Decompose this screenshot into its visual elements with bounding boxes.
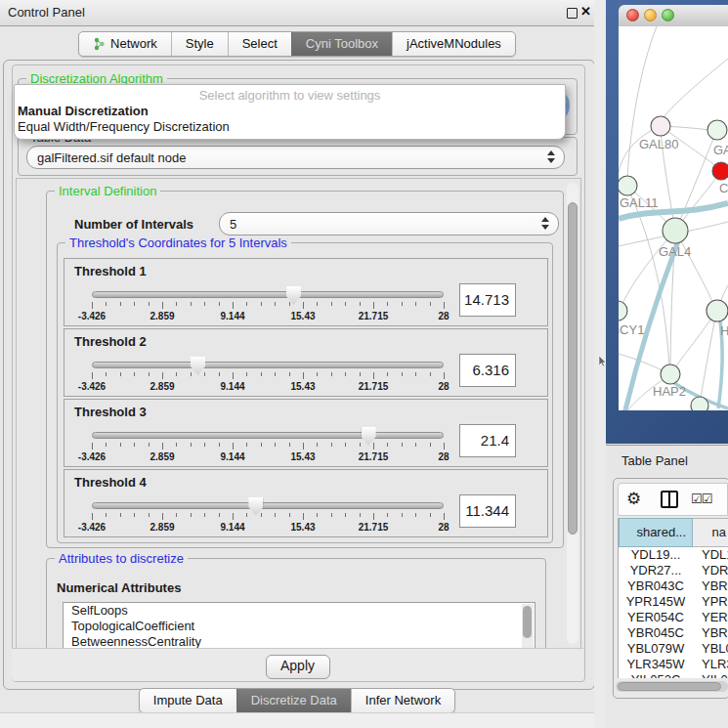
cell-name[interactable]: YBR0 xyxy=(693,625,728,641)
cell-shared-name[interactable]: YDL19... xyxy=(619,547,693,563)
select-columns-checkboxes-icon[interactable]: ☑☑ xyxy=(691,492,711,506)
slider-track[interactable] xyxy=(92,291,444,298)
table-row[interactable]: YDL19...YDL1 xyxy=(619,547,728,563)
thresholds-group: Threshold's Coordinates for 5 Intervals … xyxy=(57,242,553,543)
tick-mark xyxy=(444,302,445,309)
column-header-name[interactable]: na xyxy=(693,518,728,547)
tick-mark xyxy=(345,443,346,447)
float-window-icon[interactable] xyxy=(567,8,578,19)
cell-shared-name[interactable]: YBL079W xyxy=(619,641,693,657)
settings-scrollbar[interactable] xyxy=(567,183,578,644)
node-label-gcy1: GCY1 xyxy=(619,322,644,337)
threshold-label: Threshold 2 xyxy=(74,334,147,349)
network-canvas[interactable]: GAL80 GA C GAL11 GAL4 GCY1 H HAP2 xyxy=(619,26,728,410)
tick-mark xyxy=(317,443,318,447)
zoom-traffic-light-icon[interactable] xyxy=(662,9,674,21)
tick-mark xyxy=(120,513,121,517)
node-partial-h[interactable] xyxy=(707,300,728,321)
threshold-value-field[interactable]: 14.713 xyxy=(459,283,516,317)
table-row[interactable]: YPR145WYPR1 xyxy=(619,594,728,610)
column-header-shared-name[interactable]: shared... xyxy=(619,518,693,547)
algorithm-option-manual[interactable]: Manual Discretization xyxy=(15,103,565,118)
threshold-value-field[interactable]: 21.4 xyxy=(459,424,516,457)
table-data-combobox[interactable]: galFiltered.sif default node xyxy=(26,146,565,169)
number-of-intervals-combobox[interactable]: 5 xyxy=(219,212,559,236)
node-partial-bottom[interactable] xyxy=(691,397,708,410)
table-hscrollbar-thumb[interactable] xyxy=(618,682,721,691)
cell-shared-name[interactable]: YBR043C xyxy=(619,578,693,594)
cell-name[interactable]: YPR1 xyxy=(693,594,728,610)
node-partial-right-top[interactable] xyxy=(707,120,727,140)
tick-label: 28 xyxy=(438,522,449,533)
table-row[interactable]: YLR345WYLR3 xyxy=(619,657,728,672)
slider-track[interactable] xyxy=(92,502,444,509)
node-gcy1[interactable] xyxy=(619,301,627,321)
settings-scrollbar-thumb[interactable] xyxy=(568,202,578,535)
threshold-slider[interactable]: -3.4262.8599.14415.4321.71528 xyxy=(92,496,444,535)
node-gal4[interactable] xyxy=(663,218,688,243)
attribute-list[interactable]: SelfLoopsTopologicalCoefficientBetweenne… xyxy=(63,602,535,651)
tick-label: 15.43 xyxy=(290,311,315,321)
tab-infer-network[interactable]: Infer Network xyxy=(351,689,454,712)
tab-discretize-data[interactable]: Discretize Data xyxy=(236,689,351,712)
node-red-selected[interactable] xyxy=(712,162,728,180)
node-hap2[interactable] xyxy=(661,364,680,384)
tick-label: 15.43 xyxy=(290,381,315,392)
threshold-slider[interactable]: -3.4262.8599.14415.4321.71528 xyxy=(92,426,444,465)
tick-mark xyxy=(444,513,445,520)
threshold-value-field[interactable]: 11.344 xyxy=(459,494,516,528)
node-gal11[interactable] xyxy=(619,176,637,195)
cell-shared-name[interactable]: YDR27... xyxy=(619,563,693,578)
threshold-slider[interactable]: -3.4262.8599.14415.4321.71528 xyxy=(92,356,444,395)
settings-scrollpane: Interval Definition Number of Intervals … xyxy=(16,178,581,651)
slider-ticks xyxy=(92,513,444,521)
cell-name[interactable]: YIL0 xyxy=(693,672,728,678)
cell-shared-name[interactable]: YPR145W xyxy=(619,594,693,610)
tick-mark xyxy=(246,443,247,447)
list-scrollbar[interactable] xyxy=(522,604,534,651)
gear-icon[interactable]: ⚙ xyxy=(626,489,641,508)
table-row[interactable]: YIL052CYIL0 xyxy=(619,672,728,678)
apply-button[interactable]: Apply xyxy=(266,655,330,679)
columns-icon[interactable] xyxy=(661,491,678,508)
table-hscrollbar[interactable] xyxy=(616,681,728,692)
attribute-list-item[interactable]: TopologicalCoefficient xyxy=(64,619,535,634)
tick-mark xyxy=(191,302,192,306)
table-row[interactable]: YBR045CYBR0 xyxy=(619,625,728,641)
cell-name[interactable]: YBR0 xyxy=(693,578,728,594)
tab-style[interactable]: Style xyxy=(171,32,228,56)
threshold-slider[interactable]: -3.4262.8599.14415.4321.71528 xyxy=(92,285,444,324)
threshold-value-field[interactable]: 6.316 xyxy=(459,354,516,387)
attribute-list-item[interactable]: SelfLoops xyxy=(64,603,535,619)
cell-name[interactable]: YDL1 xyxy=(693,547,728,563)
minimize-traffic-light-icon[interactable] xyxy=(644,9,657,21)
tab-jactivemnodules[interactable]: jActiveMNodules xyxy=(392,32,515,56)
cell-name[interactable]: YBL0 xyxy=(693,641,728,657)
cell-name[interactable]: YLR3 xyxy=(693,657,728,672)
cell-shared-name[interactable]: YLR345W xyxy=(619,657,693,672)
table-row[interactable]: YBL079WYBL0 xyxy=(619,641,728,657)
slider-track[interactable] xyxy=(92,362,444,368)
tick-mark xyxy=(402,513,403,517)
cell-shared-name[interactable]: YBR045C xyxy=(619,625,693,641)
table-row[interactable]: YER054CYER0 xyxy=(619,610,728,625)
tick-mark xyxy=(191,443,192,447)
algorithm-hint: Select algorithm to view settings xyxy=(15,88,565,103)
cell-shared-name[interactable]: YIL052C xyxy=(619,672,693,678)
cell-name[interactable]: YDR2 xyxy=(693,563,728,578)
cell-shared-name[interactable]: YER054C xyxy=(619,610,693,625)
tab-impute-data[interactable]: Impute Data xyxy=(140,689,236,712)
list-scrollbar-thumb[interactable] xyxy=(523,606,532,638)
slider-track[interactable] xyxy=(92,432,444,439)
tab-select[interactable]: Select xyxy=(228,32,291,56)
tab-network[interactable]: Network xyxy=(79,32,171,56)
close-traffic-light-icon[interactable] xyxy=(626,9,639,21)
cell-name[interactable]: YER0 xyxy=(693,610,728,625)
table-row[interactable]: YBR043CYBR0 xyxy=(619,578,728,594)
node-gal80[interactable] xyxy=(651,116,670,136)
algorithm-option-equal-width[interactable]: Equal Width/Frequency Discretization xyxy=(15,118,565,134)
close-icon[interactable]: ✕ xyxy=(580,4,591,19)
table-row[interactable]: YDR27...YDR2 xyxy=(619,563,728,578)
tab-cyni-toolbox[interactable]: Cyni Toolbox xyxy=(291,32,392,56)
tick-mark xyxy=(331,372,332,376)
